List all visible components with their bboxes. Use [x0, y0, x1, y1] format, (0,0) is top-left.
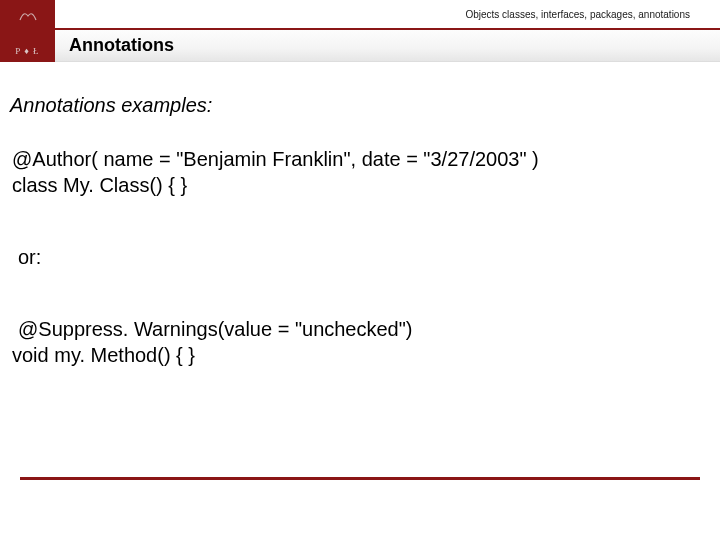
code-line: class My. Class() { }: [12, 172, 700, 198]
code-line: @Suppress. Warnings(value = "unchecked"): [18, 316, 700, 342]
page-title: Annotations: [69, 35, 174, 56]
code-example-2: @Suppress. Warnings(value = "unchecked")…: [12, 316, 700, 368]
code-example-1: @Author( name = "Benjamin Franklin", dat…: [12, 146, 700, 198]
slide: P ♦ Ł Objects classes, interfaces, packa…: [0, 0, 720, 540]
section-heading: Annotations examples:: [10, 92, 700, 118]
or-label: or:: [18, 244, 700, 270]
header-title-bar: Annotations: [55, 30, 720, 62]
footer-rule: [20, 477, 700, 480]
logo-letters: P ♦ Ł: [15, 46, 39, 56]
header: P ♦ Ł Objects classes, interfaces, packa…: [0, 0, 720, 62]
logo-icon: [0, 8, 55, 22]
code-line: void my. Method() { }: [12, 342, 700, 368]
code-line: @Author( name = "Benjamin Franklin", dat…: [12, 146, 700, 172]
breadcrumb: Objects classes, interfaces, packages, a…: [465, 9, 690, 20]
content: Annotations examples: @Author( name = "B…: [10, 92, 700, 368]
header-top: Objects classes, interfaces, packages, a…: [55, 0, 720, 30]
logo: P ♦ Ł: [0, 0, 55, 62]
